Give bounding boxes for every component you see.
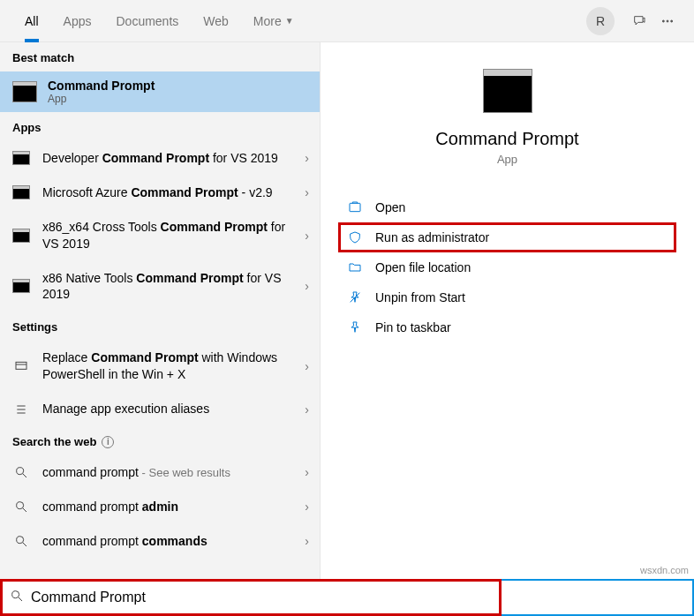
feedback-icon[interactable] <box>625 0 653 42</box>
app-label: Microsoft Azure Command Prompt - v2.9 <box>42 184 287 201</box>
search-icon <box>12 465 30 479</box>
pin-icon <box>347 320 363 334</box>
preview-panel: Command Prompt App Open Run as administr… <box>320 42 694 579</box>
section-settings: Settings <box>0 312 320 341</box>
section-best-match: Best match <box>0 42 320 71</box>
search-icon <box>12 500 30 514</box>
app-result-item[interactable]: Developer Command Prompt for VS 2019 › <box>0 141 320 176</box>
chevron-right-icon[interactable]: › <box>299 151 309 165</box>
web-label: command prompt commands <box>42 533 287 550</box>
open-icon <box>347 200 363 214</box>
user-avatar[interactable]: R <box>586 7 615 35</box>
app-icon <box>12 185 30 199</box>
search-bar-remainder <box>502 579 694 616</box>
settings-icon <box>12 402 30 417</box>
app-label: x86 Native Tools Command Prompt for VS 2… <box>42 270 287 304</box>
best-match-title: Command Prompt <box>48 79 155 93</box>
svg-line-12 <box>23 474 26 477</box>
svg-point-11 <box>17 468 24 475</box>
svg-line-14 <box>23 508 26 512</box>
chevron-right-icon[interactable]: › <box>299 465 309 479</box>
chevron-right-icon[interactable]: › <box>299 500 309 514</box>
tab-more[interactable]: More▼ <box>241 0 306 42</box>
tab-apps[interactable]: Apps <box>51 0 104 42</box>
web-label: command prompt - See web results <box>42 464 287 481</box>
app-icon <box>12 279 30 293</box>
svg-rect-17 <box>350 203 360 211</box>
section-apps: Apps <box>0 112 320 141</box>
svg-point-0 <box>662 20 664 22</box>
action-open-file-location[interactable]: Open file location <box>338 252 676 282</box>
more-options-icon[interactable] <box>653 0 682 42</box>
chevron-right-icon[interactable]: › <box>299 229 309 243</box>
svg-point-13 <box>17 502 24 509</box>
watermark: wsxdn.com <box>640 565 689 575</box>
preview-app-icon <box>483 69 532 113</box>
info-icon[interactable]: i <box>102 436 114 448</box>
action-unpin-from-start[interactable]: Unpin from Start <box>338 282 676 312</box>
web-result-item[interactable]: command prompt - See web results › <box>0 455 320 490</box>
tab-all[interactable]: All <box>12 0 51 42</box>
tab-documents[interactable]: Documents <box>103 0 191 42</box>
settings-result-item[interactable]: Replace Command Prompt with Windows Powe… <box>0 341 320 392</box>
app-label: x86_x64 Cross Tools Command Prompt for V… <box>42 219 287 252</box>
search-input[interactable] <box>31 582 492 613</box>
shield-icon <box>347 230 363 244</box>
action-open[interactable]: Open <box>338 192 676 222</box>
command-prompt-icon <box>12 81 37 102</box>
svg-rect-3 <box>16 363 26 370</box>
preview-title: Command Prompt <box>435 129 578 149</box>
chevron-right-icon[interactable]: › <box>299 534 309 548</box>
svg-line-20 <box>19 597 22 601</box>
svg-point-15 <box>17 537 24 544</box>
chevron-down-icon: ▼ <box>285 16 294 26</box>
svg-point-2 <box>671 20 673 22</box>
search-icon <box>10 589 24 606</box>
app-icon <box>12 229 30 243</box>
app-result-item[interactable]: Microsoft Azure Command Prompt - v2.9 › <box>0 176 320 210</box>
app-result-item[interactable]: x86_x64 Cross Tools Command Prompt for V… <box>0 210 320 261</box>
best-match-item[interactable]: Command Prompt App <box>0 71 320 112</box>
svg-point-19 <box>12 591 19 598</box>
best-match-sub: App <box>48 93 155 105</box>
tab-web[interactable]: Web <box>191 0 241 42</box>
app-result-item[interactable]: x86 Native Tools Command Prompt for VS 2… <box>0 261 320 312</box>
settings-result-item[interactable]: Manage app execution aliases › <box>0 392 320 426</box>
settings-icon <box>12 359 30 373</box>
preview-sub: App <box>497 153 517 166</box>
action-pin-to-taskbar[interactable]: Pin to taskbar <box>338 312 676 342</box>
unpin-icon <box>347 290 363 304</box>
search-bar <box>0 579 694 616</box>
web-result-item[interactable]: command prompt admin › <box>0 490 320 524</box>
folder-icon <box>347 260 363 274</box>
action-run-as-administrator[interactable]: Run as administrator <box>338 222 676 252</box>
svg-line-16 <box>23 543 26 546</box>
search-tabs: All Apps Documents Web More▼ R <box>0 0 694 42</box>
chevron-right-icon[interactable]: › <box>299 279 309 293</box>
app-label: Developer Command Prompt for VS 2019 <box>42 150 287 167</box>
chevron-right-icon[interactable]: › <box>299 402 309 417</box>
web-label: command prompt admin <box>42 499 287 515</box>
search-icon <box>12 534 30 548</box>
app-icon <box>12 151 30 165</box>
results-panel: Best match Command Prompt App Apps Devel… <box>0 42 320 579</box>
settings-label: Replace Command Prompt with Windows Powe… <box>42 349 287 383</box>
section-web: Search the web i <box>0 426 320 455</box>
chevron-right-icon[interactable]: › <box>299 359 309 373</box>
chevron-right-icon[interactable]: › <box>299 185 309 199</box>
svg-point-1 <box>667 20 668 22</box>
web-result-item[interactable]: command prompt commands › <box>0 524 320 559</box>
settings-label: Manage app execution aliases <box>42 401 287 417</box>
